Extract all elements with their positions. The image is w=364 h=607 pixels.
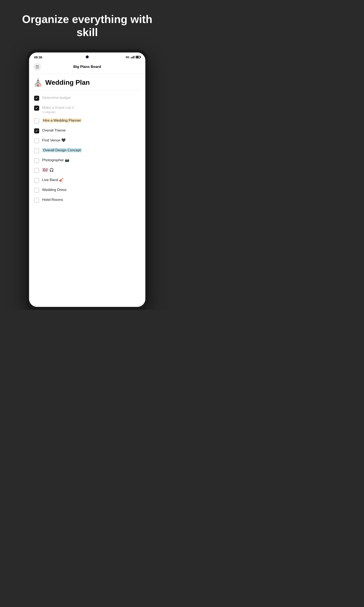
task-content: Overall Theme	[42, 128, 140, 133]
content-area: ⛪ Wedding Plan ✓ Determine budget	[29, 74, 145, 307]
board-title-text: Wedding Plan	[45, 79, 90, 86]
task-item[interactable]: ✓ Determine budget	[33, 93, 141, 103]
task-checkbox[interactable]: ✓	[34, 106, 39, 111]
subgoals-count: 3 subgoals	[42, 110, 140, 114]
task-checkbox[interactable]	[34, 158, 39, 163]
task-item[interactable]: Hotel-Rooms	[33, 195, 141, 205]
hero-title: Organize everything with skill	[0, 13, 174, 39]
task-content: Make a Guest List ≡ 3 subgoals	[42, 106, 140, 114]
task-item[interactable]: ✓ Make a Guest List ≡ 3 subgoals	[33, 103, 141, 116]
task-content: Hire a Wedding Planner	[42, 118, 140, 123]
status-time: 09:30	[34, 55, 42, 59]
board-emoji: ⛪	[33, 78, 43, 87]
menu-button[interactable]	[33, 63, 41, 71]
task-content: Hotel-Rooms	[42, 198, 140, 202]
task-label: Hotel-Rooms	[42, 198, 63, 202]
task-content: Wedding Dress	[42, 188, 140, 192]
task-item[interactable]: Photographer 📷	[33, 156, 141, 165]
task-label: Photographer 📷	[42, 158, 69, 162]
task-content: Live Band 🎻	[42, 178, 140, 182]
task-item[interactable]: Overall Design Concept	[33, 146, 141, 156]
task-item[interactable]: ✓ Overall Theme	[33, 126, 141, 136]
signal-icon	[130, 56, 134, 58]
task-content: Overall Design Concept	[42, 148, 140, 153]
phone-screen: 09:30 5G	[29, 53, 145, 307]
task-item[interactable]: Wedding Dress	[33, 185, 141, 195]
task-label: Wedding Dress	[42, 188, 66, 192]
app-header-title: Big Plans Board	[41, 65, 133, 69]
phone-frame: 09:30 5G	[26, 50, 148, 310]
task-label: DJ 🎧	[42, 168, 54, 172]
app-header: Big Plans Board	[29, 61, 145, 74]
task-checkbox[interactable]	[34, 168, 39, 173]
task-label: Determine budget	[42, 96, 71, 100]
task-checkbox[interactable]	[34, 119, 39, 123]
task-item[interactable]: Find Venue 🖤	[33, 136, 141, 146]
task-item[interactable]: DJ 🎧	[33, 165, 141, 175]
task-checkbox[interactable]	[34, 178, 39, 183]
task-label: Find Venue 🖤	[42, 138, 66, 142]
task-item[interactable]: Hire a Wedding Planner	[33, 116, 141, 126]
phone-mockup: 09:30 5G	[26, 50, 148, 310]
status-icons: 5G	[126, 56, 140, 59]
task-checkbox[interactable]	[34, 198, 39, 203]
task-content: DJ 🎧	[42, 168, 140, 172]
task-label: Overall Theme	[42, 128, 65, 132]
task-label: Live Band 🎻	[42, 178, 63, 182]
task-item[interactable]: Live Band 🎻	[33, 175, 141, 185]
board-title: ⛪ Wedding Plan	[33, 78, 141, 87]
status-bar: 09:30 5G	[29, 53, 145, 61]
battery-icon	[136, 56, 140, 58]
task-label: Hire a Wedding Planner	[42, 118, 82, 123]
task-content: Determine budget	[42, 95, 140, 100]
task-content: Photographer 📷	[42, 158, 140, 162]
task-content: Find Venue 🖤	[42, 138, 140, 143]
hero-section: Organize everything with skill	[0, 0, 174, 50]
task-checkbox[interactable]	[34, 138, 39, 143]
task-checkbox[interactable]: ✓	[34, 96, 39, 101]
task-checkbox[interactable]	[34, 188, 39, 193]
task-label: Make a Guest List ≡	[42, 106, 140, 110]
network-label: 5G	[126, 56, 129, 59]
task-checkbox[interactable]: ✓	[34, 128, 39, 133]
camera-dot	[86, 55, 89, 58]
task-checkbox[interactable]	[34, 148, 39, 153]
task-label: Overall Design Concept	[42, 148, 82, 152]
